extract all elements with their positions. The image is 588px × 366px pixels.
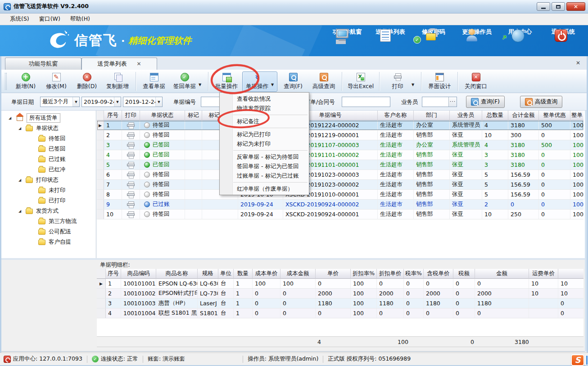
- menu-item[interactable]: 物流发货跟踪: [220, 103, 309, 113]
- column-header[interactable]: 金额: [475, 269, 529, 279]
- adv-query-button[interactable]: 高级查询: [309, 71, 339, 92]
- menu-item[interactable]: 标记备注: [220, 116, 309, 126]
- tree-item[interactable]: ◢ 第三方物流: [1, 216, 96, 227]
- tree-item[interactable]: ◢ 已打印: [1, 196, 96, 206]
- menu-item[interactable]: 签回单据 - 标记为已签回: [220, 161, 309, 171]
- column-header[interactable]: 业务员: [450, 111, 482, 121]
- user-center-action[interactable]: 用户中心: [502, 28, 538, 36]
- query-filter-button[interactable]: 查询(F): [466, 96, 505, 108]
- new-button[interactable]: +新增(N): [11, 71, 41, 92]
- menu-item[interactable]: 标记为未打印: [220, 139, 309, 148]
- tree-item[interactable]: ◢ 已过账: [1, 154, 96, 165]
- column-header[interactable]: 折扣率%: [351, 269, 377, 279]
- menu-system[interactable]: 系统(S): [5, 14, 34, 24]
- nav-window-action[interactable]: 功能导航窗: [329, 28, 366, 36]
- column-header[interactable]: 总数量: [482, 111, 508, 121]
- tabbar-close-icon[interactable]: ✕: [576, 60, 580, 66]
- column-header[interactable]: 单据状态: [140, 111, 185, 121]
- tree-item[interactable]: ◢ 打印状态: [1, 175, 96, 185]
- switch-operator-action[interactable]: 更换操作员: [458, 28, 495, 36]
- adv-query-filter-button[interactable]: 高级查询: [520, 96, 562, 108]
- browse-ellipsis-button[interactable]: ···: [448, 97, 457, 107]
- menu-item[interactable]: 红冲单据（作废单据）: [220, 184, 309, 193]
- expander-icon[interactable]: ◢: [18, 209, 23, 213]
- column-header[interactable]: 打印: [122, 111, 140, 121]
- detail-row[interactable]: 3 100101003 惠普（HP） LaserJ 台 1 0 0 1180 1…: [97, 299, 583, 308]
- column-header[interactable]: 折扣单价: [377, 269, 404, 279]
- column-header[interactable]: 序号: [104, 111, 122, 121]
- delivery-list-action[interactable]: 送货单列表: [372, 28, 409, 36]
- toolbar-grip[interactable]: [5, 73, 7, 90]
- dropdown-arrow-icon[interactable]: ▼: [410, 83, 416, 87]
- tab-nav-window[interactable]: 功能导航窗: [5, 58, 81, 70]
- column-header[interactable]: [558, 269, 583, 279]
- table-row[interactable]: 2 待签回 2019-12-19 XSCKD-20191219-000001 生…: [97, 130, 583, 140]
- column-header[interactable]: 单价: [316, 269, 351, 279]
- sign-back-button[interactable]: ✓签回单据 ▼: [170, 71, 205, 92]
- column-header[interactable]: 成本金额: [280, 269, 316, 279]
- menu-item[interactable]: 过账单据 - 标记为已过账: [220, 171, 309, 180]
- column-header[interactable]: 商品名称: [156, 269, 198, 279]
- chevron-down-icon[interactable]: ▼: [155, 97, 162, 107]
- dropdown-arrow-icon[interactable]: ▼: [197, 83, 203, 87]
- menu-item[interactable]: 反审单据 - 标记为待签回: [220, 152, 309, 161]
- table-row[interactable]: 10 待签回 2019-09-24 XSCKD-20190924-000001 …: [97, 210, 583, 219]
- salesman-input[interactable]: [422, 97, 448, 107]
- column-header[interactable]: 单位: [218, 269, 234, 279]
- date-to-select[interactable]: 2019-12-24▼: [123, 97, 163, 107]
- menu-window[interactable]: 窗口(W): [35, 14, 65, 24]
- edit-button[interactable]: 修改(M): [41, 71, 71, 92]
- tree-item[interactable]: ◢ 已签回: [1, 144, 96, 154]
- column-header[interactable]: 税率%: [404, 269, 424, 279]
- column-header[interactable]: 标记: [185, 111, 202, 121]
- column-header[interactable]: 运费单价: [529, 269, 558, 279]
- delete-button[interactable]: ✕删除(D): [72, 71, 102, 92]
- tree-item[interactable]: ◢ 发货方式: [1, 206, 96, 216]
- date-from-select[interactable]: 2019-09-24▼: [81, 97, 121, 107]
- doc-ops-button[interactable]: 单据操作 ▼: [242, 71, 277, 92]
- minimize-button[interactable]: [537, 2, 550, 11]
- ui-design-button[interactable]: 界面设计: [425, 71, 454, 92]
- detail-row[interactable]: 4 100101004 联想 S1801 黑 S1801 台 1 0 0 0 1…: [97, 308, 583, 318]
- column-header[interactable]: 整单: [570, 111, 583, 121]
- expander-icon[interactable]: ◢: [18, 178, 23, 182]
- batch-ops-button[interactable]: 批量操作: [212, 71, 241, 92]
- query-button[interactable]: 查询(F): [278, 71, 308, 92]
- close-button[interactable]: ✕: [566, 2, 585, 11]
- chevron-down-icon[interactable]: ▼: [72, 97, 79, 107]
- table-row[interactable]: 4 已签回 2019-11-01 XSCKD-20191101-000002 生…: [97, 150, 583, 160]
- close-window-button[interactable]: ✕关闭窗口: [461, 71, 491, 92]
- table-row[interactable]: ▶ 1 待签回 2019-12-24 XSCKD-20191224-000002…: [97, 121, 583, 130]
- tree-item[interactable]: ◢ 未打印: [1, 185, 96, 196]
- contract-input[interactable]: [342, 97, 390, 107]
- table-row[interactable]: 3 已签回 2019-11-07 XSCKD-20191107-000003 生…: [97, 140, 583, 150]
- date-range-select[interactable]: 最近3个月▼: [40, 97, 80, 107]
- tree-root[interactable]: ◢ 所有送货单: [1, 113, 96, 123]
- table-row[interactable]: 9 已过账 2019-09-24 XSCKD-20190924-000002 生…: [97, 200, 583, 210]
- table-row[interactable]: 5 已签回 2019-11-01 XSCKD-20191101-000001 生…: [97, 160, 583, 170]
- change-password-action[interactable]: 修改密码: [415, 28, 452, 36]
- maximize-button[interactable]: [552, 2, 565, 11]
- column-header[interactable]: 合计金额: [508, 111, 539, 121]
- view-doc-button[interactable]: 查看单据: [139, 71, 169, 92]
- column-header[interactable]: [97, 269, 106, 279]
- export-excel-button[interactable]: 导出Excel: [345, 71, 376, 92]
- column-header[interactable]: 整单优惠: [539, 111, 570, 121]
- menu-item[interactable]: 标记为已打印: [220, 129, 309, 139]
- column-header[interactable]: 序号: [106, 269, 121, 279]
- exit-system-action[interactable]: 退出系统: [545, 28, 582, 36]
- chevron-down-icon[interactable]: ▼: [114, 97, 121, 107]
- tree-item[interactable]: ◢ 公司配送: [1, 227, 96, 237]
- tree-item[interactable]: ◢ 已红冲: [1, 165, 96, 175]
- column-header[interactable]: 规格: [198, 269, 218, 279]
- tree-item[interactable]: ◢ 单据状态: [1, 123, 96, 134]
- tree-item[interactable]: ◢ 待签回: [1, 134, 96, 144]
- print-button[interactable]: 打印 ▼: [383, 71, 418, 92]
- column-header[interactable]: 含税单价: [424, 269, 453, 279]
- detail-row[interactable]: ▶ 1 100101001 EPSON LQ-630K LQ-630 台 1 1…: [97, 279, 583, 289]
- tree-item[interactable]: ◢ 客户自提: [1, 237, 96, 247]
- table-row[interactable]: 6 待签回 2019-10-23 XSCKD-20191023-000003 生…: [97, 170, 583, 180]
- expander-icon[interactable]: ◢: [9, 116, 13, 120]
- dropdown-arrow-icon[interactable]: ▼: [270, 83, 275, 87]
- column-header[interactable]: 客户名称: [378, 111, 414, 121]
